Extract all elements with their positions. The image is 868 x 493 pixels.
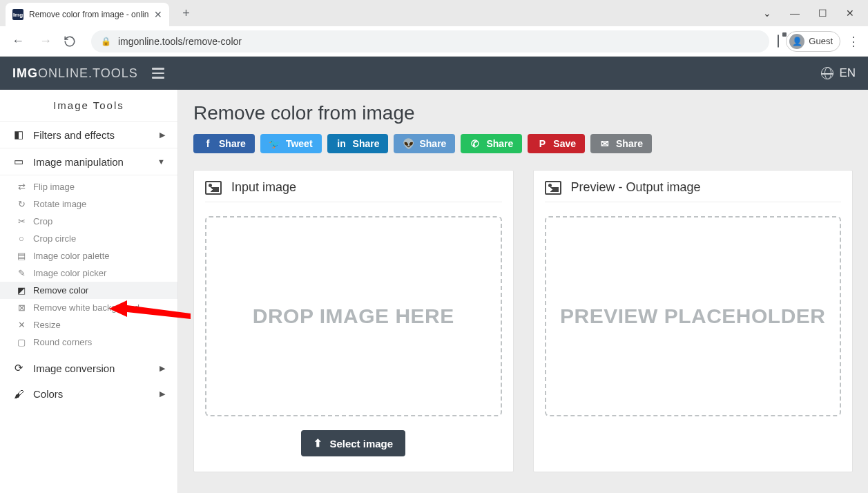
round-corners-icon: ▢ bbox=[17, 337, 26, 347]
sidebar-title: Image Tools bbox=[0, 90, 177, 122]
browser-chrome: Img Remove color from image - onlin ✕ + … bbox=[0, 0, 868, 57]
sidebar-item-remove-white-bg[interactable]: ⊠Remove white background bbox=[0, 299, 177, 316]
share-email[interactable]: ✉Share bbox=[590, 134, 652, 153]
main-content: Remove color from image fShare 🐦Tweet in… bbox=[178, 90, 868, 493]
lock-icon: 🔒 bbox=[101, 37, 111, 46]
app-body: Image Tools ◧ Filters and effects ▶ ▭ Im… bbox=[0, 90, 868, 493]
favicon: Img bbox=[12, 9, 23, 20]
panel-title: Preview - Output image bbox=[571, 180, 701, 195]
share-twitter[interactable]: 🐦Tweet bbox=[260, 134, 322, 153]
panel-preview: Preview - Output image PREVIEW PLACEHOLD… bbox=[533, 170, 853, 472]
whatsapp-icon: ✆ bbox=[470, 138, 481, 149]
app-header: IMGONLINE.TOOLS EN bbox=[0, 57, 868, 90]
reddit-icon: 👽 bbox=[403, 138, 414, 149]
chevron-down-icon[interactable]: ⌄ bbox=[762, 8, 773, 19]
manipulation-icon: ▭ bbox=[12, 155, 25, 168]
share-linkedin[interactable]: inShare bbox=[327, 134, 389, 153]
sidebar-item-round-corners[interactable]: ▢Round corners bbox=[0, 334, 177, 351]
sidebar-item-rotate[interactable]: ↻Rotate image bbox=[0, 195, 177, 213]
pinterest-icon: P bbox=[537, 138, 548, 149]
chevron-right-icon: ▶ bbox=[160, 389, 165, 398]
eyedropper-icon: ✎ bbox=[17, 268, 26, 278]
tab-title: Remove color from image - onlin bbox=[29, 10, 148, 19]
chrome-menu-icon[interactable]: ⋮ bbox=[847, 34, 860, 49]
share-pinterest[interactable]: PSave bbox=[528, 134, 585, 153]
page-title: Remove color from image bbox=[193, 102, 853, 124]
sidebar-sublist-manipulation: ⇄Flip image ↻Rotate image ✂Crop ○Crop ci… bbox=[0, 175, 177, 355]
rotate-icon: ↻ bbox=[17, 199, 26, 209]
sidebar-cat-label: Colors bbox=[33, 388, 63, 400]
panel-title: Input image bbox=[231, 180, 296, 195]
sidebar-cat-label: Image conversion bbox=[33, 362, 115, 374]
preview-text: PREVIEW PLACEHOLDER bbox=[560, 304, 826, 328]
sidebar-cat-filters[interactable]: ◧ Filters and effects ▶ bbox=[0, 122, 177, 148]
site-logo[interactable]: IMGONLINE.TOOLS bbox=[12, 66, 138, 81]
sidebar-cat-colors[interactable]: 🖌 Colors ▶ bbox=[0, 381, 177, 407]
chevron-right-icon: ▶ bbox=[160, 130, 165, 139]
conversion-icon: ⟳ bbox=[12, 362, 25, 374]
email-icon: ✉ bbox=[599, 138, 610, 149]
profile-chip[interactable]: 👤 Guest bbox=[786, 31, 840, 52]
tab-bar: Img Remove color from image - onlin ✕ + … bbox=[0, 0, 868, 26]
share-whatsapp[interactable]: ✆Share bbox=[461, 134, 522, 153]
sidebar: Image Tools ◧ Filters and effects ▶ ▭ Im… bbox=[0, 90, 178, 493]
language-label: EN bbox=[839, 66, 856, 80]
sidebar-cat-conversion[interactable]: ⟳ Image conversion ▶ bbox=[0, 355, 177, 381]
preview-placeholder: PREVIEW PLACEHOLDER bbox=[545, 216, 842, 416]
upload-icon: ⬆ bbox=[314, 437, 322, 450]
sidebar-item-resize[interactable]: ✕Resize bbox=[0, 316, 177, 334]
sidebar-cat-manipulation[interactable]: ▭ Image manipulation ▼ bbox=[0, 148, 177, 175]
browser-tab[interactable]: Img Remove color from image - onlin ✕ bbox=[6, 3, 169, 26]
sidebar-item-crop[interactable]: ✂Crop bbox=[0, 213, 177, 230]
close-window-icon[interactable]: ✕ bbox=[845, 8, 856, 19]
close-tab-icon[interactable]: ✕ bbox=[154, 9, 162, 20]
back-button[interactable]: ← bbox=[8, 34, 28, 48]
chevron-down-icon: ▼ bbox=[157, 157, 165, 166]
omnibox[interactable]: 🔒 imgonline.tools/remove-color bbox=[91, 30, 769, 52]
resize-icon: ✕ bbox=[17, 320, 26, 330]
circle-icon: ○ bbox=[17, 233, 26, 244]
palette-icon: ▤ bbox=[17, 251, 26, 261]
chevron-right-icon: ▶ bbox=[160, 364, 165, 373]
menu-icon[interactable] bbox=[152, 68, 164, 79]
profile-label: Guest bbox=[809, 36, 833, 46]
sidebar-item-color-picker[interactable]: ✎Image color picker bbox=[0, 264, 177, 282]
share-row: fShare 🐦Tweet inShare 👽Share ✆Share PSav… bbox=[193, 134, 853, 153]
twitter-icon: 🐦 bbox=[269, 138, 280, 149]
sidebar-cat-label: Filters and effects bbox=[33, 129, 115, 141]
window-controls: ⌄ — ☐ ✕ bbox=[762, 8, 868, 19]
share-reddit[interactable]: 👽Share bbox=[394, 134, 455, 153]
remove-color-icon: ◩ bbox=[17, 285, 26, 296]
sidebar-cat-label: Image manipulation bbox=[33, 156, 124, 168]
drop-zone-text: DROP IMAGE HERE bbox=[253, 304, 454, 328]
linkedin-icon: in bbox=[336, 138, 347, 149]
image-icon bbox=[545, 181, 561, 195]
language-switcher[interactable]: EN bbox=[821, 66, 856, 80]
flip-icon: ⇄ bbox=[17, 182, 26, 192]
new-tab-button[interactable]: + bbox=[176, 6, 195, 21]
image-icon bbox=[205, 181, 222, 195]
minimize-icon[interactable]: — bbox=[789, 8, 800, 19]
panels-row: Input image DROP IMAGE HERE ⬆ Select ima… bbox=[193, 170, 853, 472]
crop-icon: ✂ bbox=[17, 216, 26, 226]
sidebar-item-remove-color[interactable]: ◩Remove color bbox=[0, 282, 177, 299]
select-image-button[interactable]: ⬆ Select image bbox=[301, 430, 405, 456]
globe-icon bbox=[821, 67, 833, 79]
brush-icon: 🖌 bbox=[12, 388, 25, 400]
forward-button[interactable]: → bbox=[36, 34, 55, 48]
drop-zone[interactable]: DROP IMAGE HERE bbox=[205, 216, 502, 416]
share-facebook[interactable]: fShare bbox=[193, 134, 255, 153]
sidebar-item-flip[interactable]: ⇄Flip image bbox=[0, 178, 177, 195]
reload-button[interactable] bbox=[64, 35, 83, 48]
select-image-label: Select image bbox=[329, 438, 393, 450]
filters-icon: ◧ bbox=[12, 128, 25, 141]
sidebar-item-palette[interactable]: ▤Image color palette bbox=[0, 247, 177, 264]
remove-bg-icon: ⊠ bbox=[17, 302, 26, 313]
sidebar-item-crop-circle[interactable]: ○Crop circle bbox=[0, 230, 177, 247]
maximize-icon[interactable]: ☐ bbox=[817, 8, 828, 19]
address-bar-row: ← → 🔒 imgonline.tools/remove-color 👤 Gue… bbox=[0, 26, 868, 57]
facebook-icon: f bbox=[202, 138, 213, 149]
extensions-icon[interactable] bbox=[778, 35, 779, 48]
avatar-icon: 👤 bbox=[789, 34, 804, 49]
url-text: imgonline.tools/remove-color bbox=[118, 36, 242, 47]
